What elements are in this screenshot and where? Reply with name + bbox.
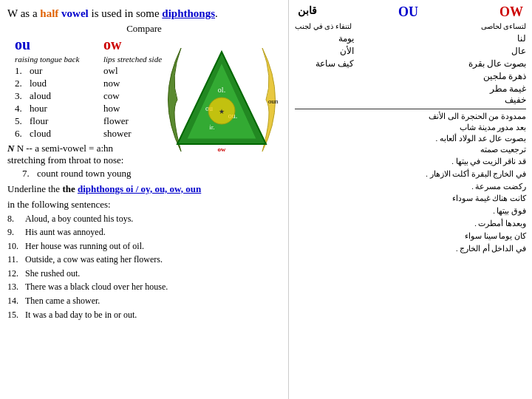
divider (295, 109, 526, 109)
page: W as a half vowel is used in some diphth… (0, 0, 532, 399)
right-word-row: بصوت عال بقرةكيف ساعة (295, 58, 526, 69)
word-ou: loud (30, 78, 103, 89)
right-count1: بصوت عال عد الولاد ألعابه . (295, 134, 526, 143)
list-item: 8.Aloud, a boy counted his toys. (7, 212, 281, 226)
right-word-list: لنايومةعالالأنبصوت عال بقرةكيف ساعةذهرة … (295, 33, 526, 106)
right-word-ar1: ذهرة ملجين (467, 71, 526, 82)
semi-n: N (7, 143, 14, 154)
right-sentence: فوق بيتها . (295, 205, 526, 218)
right-word-ar2: الأن (295, 46, 354, 57)
compare-label: Compare (7, 23, 281, 35)
title-suffix: . (215, 7, 218, 19)
word-num: 5. (15, 115, 30, 127)
right-count2: ترجعيت صمته (295, 145, 526, 154)
sentence-text: Aloud, a boy counted his toys. (25, 212, 281, 226)
list-item: 15.It was a bad day to be in or out. (7, 308, 281, 322)
right-panel: قابن OU OW لتساءى لحاصى لتنفاء ذى في لجن… (288, 0, 532, 399)
sentence-num: 10. (7, 239, 25, 253)
underline-section: Underline the the diphthongs oi / oy, ou… (7, 182, 281, 197)
right-word-ar1: بصوت عال بقرة (467, 58, 526, 69)
right-word-ar2: كيف ساعة (295, 58, 354, 69)
title-diphthongs: diphthongs (162, 7, 215, 19)
right-subheader-right: لتساءى لحاصى (481, 22, 527, 30)
word-num: 4. (15, 103, 30, 115)
right-header-ar: قابن (298, 4, 317, 20)
right-subheader: لتساءى لحاصى لتنفاء ذى في لجنب (295, 22, 526, 30)
sentence-text: Then came a shower. (25, 294, 281, 308)
title-vowel: vowel (61, 7, 89, 19)
right-header-ow: OW (499, 4, 523, 20)
column-ou-header: ou (15, 36, 103, 53)
underline-prefix: Underline the (7, 183, 62, 194)
sentence-text: His aunt was annoyed. (25, 225, 281, 239)
sentence-text: Outside, a cow was eating her flowers. (25, 253, 281, 267)
right-word-ar1: غيمة مطر خفيف (467, 83, 526, 106)
right-semi-sub: بعد مدور مدينة شاب (295, 123, 526, 132)
right-word-row: ذهرة ملجين (295, 71, 526, 82)
right-sentence: كانت هناك غيمة سوداء (295, 193, 526, 205)
sentence-text: It was a bad day to be in or out. (25, 308, 281, 322)
count-row: 7. count round town young (7, 168, 281, 180)
title-prefix: W as a (7, 7, 40, 19)
image-area: ol. ou ou. ow oun ir. ★ (159, 37, 284, 163)
right-word-row: غيمة مطر خفيف (295, 83, 526, 106)
sentence-num: 12. (7, 267, 25, 281)
right-word-ar1: عال (467, 46, 526, 57)
svg-text:ir.: ir. (209, 123, 214, 131)
svg-text:ol.: ol. (218, 86, 225, 94)
underline-bold: the (62, 183, 78, 194)
right-semi-line: ممدودة من الحنجرة الى الأنف (295, 112, 526, 121)
following-line: in the following sentences: (7, 199, 281, 211)
count-num: 7. (22, 168, 37, 180)
sentence-text: She rushed out. (25, 267, 281, 281)
svg-text:oun: oun (268, 98, 279, 105)
sentence-num: 13. (7, 280, 25, 294)
list-item: 14.Then came a shower. (7, 294, 281, 308)
word-ou: cloud (30, 128, 103, 140)
word-ou: our (30, 65, 103, 77)
sentences-list: 8.Aloud, a boy counted his toys.9.His au… (7, 212, 281, 322)
right-sentence: وبعدها أمطرت . (295, 218, 526, 231)
word-ou: hour (30, 103, 103, 115)
left-panel: W as a half vowel is used in some diphth… (0, 0, 288, 399)
word-num: 1. (15, 65, 30, 77)
right-sentence: كان يوما سينا سواء (295, 231, 526, 243)
word-ou: flour (30, 115, 103, 127)
right-word-row: لنايومة (295, 33, 526, 44)
count-words: count round town young (37, 168, 131, 180)
sentence-num: 9. (7, 225, 25, 239)
list-item: 12.She rushed out. (7, 267, 281, 281)
sentence-num: 8. (7, 212, 25, 226)
list-item: 11.Outside, a cow was eating her flowers… (7, 253, 281, 267)
title-half: half (40, 7, 58, 19)
sentence-text: Her house was running out of oil. (25, 239, 281, 253)
sub-header-ou: raising tongue back (15, 55, 103, 64)
list-item: 9.His aunt was annoyed. (7, 225, 281, 239)
right-sentence: ركضت مسرعة . (295, 181, 526, 194)
list-item: 13.There was a black cloud over her hous… (7, 280, 281, 294)
right-word-ar2 (295, 71, 354, 82)
right-subheader-left: لتنفاء ذى في لجنب (295, 22, 352, 30)
word-num: 6. (15, 128, 30, 140)
right-header: قابن OU OW (295, 4, 526, 20)
right-sentence: قد ناقر الزيت في بيتها . (295, 156, 526, 168)
right-word-ar1: لنا (467, 33, 526, 44)
sentence-num: 14. (7, 294, 25, 308)
sentence-num: 15. (7, 308, 25, 322)
svg-text:★: ★ (219, 108, 225, 115)
underline-diphthongs: diphthongs oi / oy, ou, ow, oun (78, 183, 201, 194)
right-header-ou: OU (398, 4, 418, 20)
compare-text: Compare (126, 23, 162, 34)
semi-rest: N -- a semi-vowel = a:hn (17, 143, 113, 154)
word-num: 3. (15, 90, 30, 102)
right-sentences: قد ناقر الزيت في بيتها .في الخارج البقرة… (295, 156, 526, 255)
sentence-num: 11. (7, 253, 25, 267)
svg-text:ow: ow (218, 146, 227, 153)
sentence-text: There was a black cloud over her house. (25, 280, 281, 294)
right-word-row: عالالأن (295, 46, 526, 57)
word-num: 2. (15, 78, 30, 89)
main-title: W as a half vowel is used in some diphth… (7, 6, 281, 21)
right-sentence: في الداخل أم الخارج . (295, 243, 526, 256)
list-item: 10.Her house was running out of oil. (7, 239, 281, 253)
word-ou: aloud (30, 90, 103, 102)
